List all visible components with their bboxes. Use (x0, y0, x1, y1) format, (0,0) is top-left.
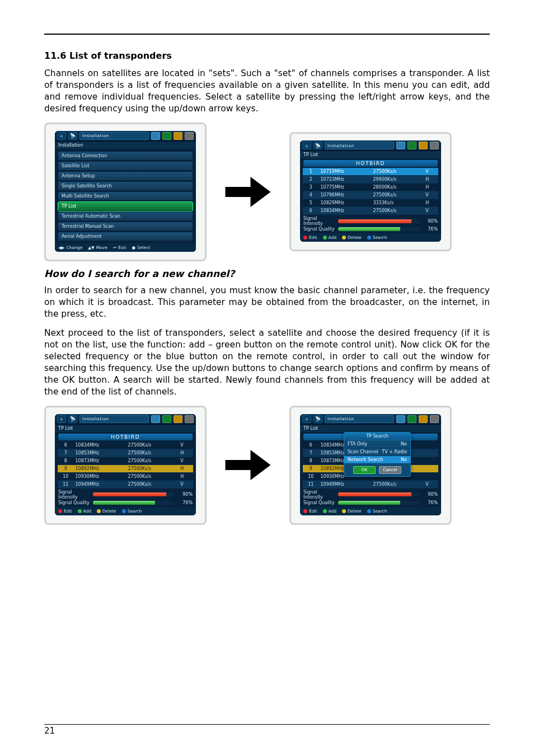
osd-title: Installation (325, 142, 394, 149)
signal-intensity-pct: 90% (422, 219, 438, 224)
stb-panel-installation: ⌂ 📡 Installation Installation Antenna Co… (44, 123, 207, 261)
osd-subhead: TP List (55, 425, 196, 433)
tp-row[interactable]: 610834MHz27500Ks/sV (303, 207, 438, 215)
satellite-banner[interactable]: HOTBIRD (58, 434, 193, 440)
osd-title: Installation (79, 415, 149, 423)
menu-item[interactable]: Single Satellite Search (58, 182, 193, 191)
popup-option-scanchannel[interactable]: Scan ChannelTV + Radio (344, 448, 410, 456)
popup-ok-button[interactable]: OK (353, 466, 376, 474)
osd-tpsearch: ⌂ 📡 Installation TP List HOTBIRD 610834M… (300, 414, 441, 515)
section-title: 11.6 List of transponders (44, 50, 490, 61)
menu-item[interactable]: Antenna Setup (58, 172, 193, 181)
tp-table: 110719MHz27500Ks/sV 210723MHz29900Ks/sH … (303, 168, 438, 215)
figure-row-1: ⌂ 📡 Installation Installation Antenna Co… (44, 123, 490, 261)
satellite-banner[interactable]: HOTBIRD (303, 160, 438, 167)
signal-block: Signal Intensity90% Signal Quality76% (303, 216, 438, 232)
signal-intensity-bar (93, 492, 175, 496)
hint-edit[interactable]: Edit (303, 235, 317, 240)
tp-row[interactable]: 710853MHz27500Ks/sH (58, 449, 193, 457)
chip-icon (151, 415, 160, 423)
hint-search[interactable]: Search (367, 509, 387, 514)
arrow-right-icon (220, 440, 276, 490)
tp-row[interactable]: 110719MHz27500Ks/sV (303, 168, 438, 176)
home-icon: ⌂ (302, 142, 311, 149)
signal-intensity-label: Signal Intensity (58, 490, 91, 500)
chip-icon (185, 132, 194, 140)
chip-icon (407, 142, 416, 149)
chip-icon (407, 415, 416, 423)
hint-search[interactable]: Search (367, 235, 387, 240)
osd-footer-hints: Edit Add Delete Search (300, 507, 441, 515)
menu-item[interactable]: Terrestrial Automatic Scan (58, 212, 193, 221)
popup-option-network[interactable]: Network SearchNo (344, 456, 410, 464)
menu-item-tp-list[interactable]: TP List (58, 202, 193, 211)
signal-quality-pct: 76% (422, 227, 438, 232)
signal-quality-bar (93, 501, 175, 505)
arrow-right-icon (220, 167, 276, 217)
osd-footer-hints: Edit Add Delete Search (55, 507, 196, 515)
signal-block: Signal Intensity90% Signal Quality76% (58, 490, 193, 505)
hint-add[interactable]: Add (78, 509, 92, 514)
hint-change: ◀▶ Change (58, 245, 82, 250)
tp-row[interactable]: 810873MHz27500Ks/sV (58, 457, 193, 464)
signal-quality-bar (338, 227, 420, 231)
signal-quality-pct: 76% (422, 500, 438, 505)
chip-icon (162, 415, 171, 423)
chip-icon (396, 142, 405, 149)
hint-add[interactable]: Add (323, 235, 337, 240)
menu-item[interactable]: Aerial Adjustment (58, 232, 193, 241)
signal-quality-bar (338, 501, 420, 505)
stb-panel-tplist-top: ⌂ 📡 Installation TP List HOTBIRD 110719M… (289, 132, 452, 251)
dish-icon: 📡 (313, 415, 322, 423)
menu-item[interactable]: Terrestrial Manual Scan (58, 222, 193, 231)
popup-title: TP Search (344, 433, 410, 440)
tp-row[interactable]: 510829MHz3333Ks/sH (303, 199, 438, 207)
tp-row-selected[interactable]: 910892MHz27500Ks/sH (58, 464, 193, 472)
tp-search-popup: TP Search FTA OnlyNo Scan ChannelTV + Ra… (344, 432, 411, 477)
popup-option-fta[interactable]: FTA OnlyNo (344, 440, 410, 448)
hint-search[interactable]: Search (122, 509, 142, 514)
hint-add[interactable]: Add (323, 509, 337, 514)
tp-row[interactable]: 1010930MHz27500Ks/sH (58, 472, 193, 480)
hint-delete[interactable]: Delete (342, 509, 362, 514)
home-icon: ⌂ (302, 415, 311, 423)
osd-titlebar: ⌂ 📡 Installation (55, 414, 196, 425)
tp-row[interactable]: 410796MHz27500Ks/sV (303, 191, 438, 199)
home-icon: ⌂ (57, 415, 66, 423)
page-number: 21 (44, 724, 490, 736)
dish-icon: 📡 (313, 142, 322, 149)
howto-p2: Next proceed to the list of transponders… (44, 327, 490, 398)
tp-row[interactable]: 1110949MHz27500Ks/sV (58, 480, 193, 488)
chip-icon (430, 415, 439, 423)
signal-intensity-bar (338, 219, 420, 223)
stb-panel-tpsearch: ⌂ 📡 Installation TP List HOTBIRD 610834M… (289, 406, 452, 525)
home-icon: ⌂ (57, 132, 66, 140)
osd-footer-hints: Edit Add Delete Search (300, 233, 441, 242)
tp-row[interactable]: 210723MHz29900Ks/sH (303, 176, 438, 184)
stb-panel-tplist-mid: ⌂ 📡 Installation TP List HOTBIRD 610834M… (44, 406, 207, 525)
osd-installation: ⌂ 📡 Installation Installation Antenna Co… (55, 131, 196, 252)
section-intro: Channels on satellites are located in "s… (44, 68, 490, 115)
osd-title: Installation (79, 132, 149, 140)
signal-intensity-bar (338, 492, 420, 496)
howto-p1: In order to search for a new channel, yo… (44, 285, 490, 320)
menu-item[interactable]: Satellite List (58, 162, 193, 171)
document-page: 11.6 List of transponders Channels on sa… (0, 0, 534, 756)
signal-quality-label: Signal Quality (58, 500, 91, 505)
menu-item[interactable]: Multi Satellite Search (58, 192, 193, 201)
osd-tplist-top: ⌂ 📡 Installation TP List HOTBIRD 110719M… (300, 140, 441, 242)
chip-icon (174, 132, 182, 140)
chip-icon (419, 415, 428, 423)
menu-item[interactable]: Antenna Connection (58, 152, 193, 161)
hint-edit[interactable]: Edit (58, 509, 72, 514)
osd-subhead: Installation (55, 142, 196, 149)
tp-row[interactable]: 1110949MHz27500Ks/sV (303, 480, 438, 488)
hint-edit[interactable]: Edit (303, 509, 317, 514)
hint-delete[interactable]: Delete (342, 235, 362, 240)
tp-row[interactable]: 310775MHz28000Ks/sH (303, 184, 438, 191)
popup-cancel-button[interactable]: Cancel (379, 466, 401, 474)
signal-quality-label: Signal Quality (303, 227, 336, 232)
signal-quality-label: Signal Quality (303, 500, 336, 505)
hint-delete[interactable]: Delete (97, 509, 116, 514)
tp-row[interactable]: 610834MHz27500Ks/sV (58, 442, 193, 449)
